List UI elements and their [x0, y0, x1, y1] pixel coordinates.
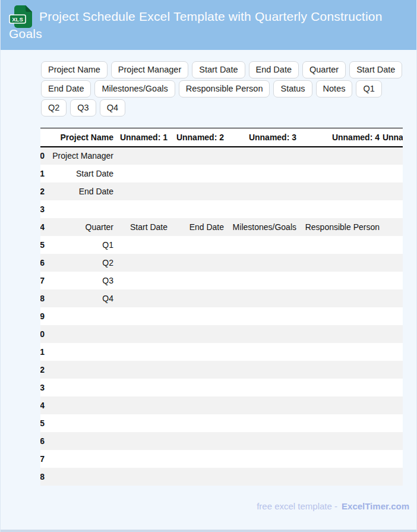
tag-q2[interactable]: Q2 — [41, 99, 67, 117]
table-cell — [296, 182, 380, 200]
table-cell: Q3 — [45, 272, 113, 289]
table-cell — [380, 218, 403, 236]
table-cell — [296, 468, 380, 486]
row-index: 4 — [40, 218, 45, 236]
row-index: 8 — [40, 289, 45, 307]
table-cell — [380, 414, 403, 432]
column-header: Unnamed: 1 — [113, 128, 168, 147]
table-cell — [224, 200, 296, 218]
row-index: 5 — [40, 236, 45, 254]
table-cell — [168, 147, 224, 165]
table-cell — [224, 182, 296, 200]
table-cell — [113, 468, 168, 486]
table-cell — [224, 396, 296, 414]
row-index: 0 — [40, 147, 45, 165]
table-cell — [45, 379, 113, 396]
tag-project-manager[interactable]: Project Manager — [111, 61, 188, 78]
table-cell — [296, 414, 380, 432]
table-cell — [296, 254, 380, 272]
table-cell — [296, 325, 380, 343]
table-cell — [113, 272, 168, 289]
tag-project-name[interactable]: Project Name — [41, 61, 108, 78]
table-cell — [168, 432, 224, 450]
table-cell — [296, 236, 380, 254]
table-row: 7Q3 — [40, 272, 403, 289]
table-cell — [296, 200, 380, 218]
tag-responsible-person[interactable]: Responsible Person — [179, 80, 270, 97]
table-cell — [224, 307, 296, 325]
table-cell — [113, 450, 168, 468]
table-cell — [45, 343, 113, 361]
table-cell — [168, 254, 224, 272]
tag-q3[interactable]: Q3 — [70, 99, 96, 117]
table-cell — [380, 432, 403, 450]
table-cell — [168, 200, 224, 218]
page-header: XLS Project Schedule Excel Template with… — [1, 0, 416, 50]
tag-end-date[interactable]: End Date — [249, 61, 299, 78]
table-cell — [113, 396, 168, 414]
table-row: 15 — [40, 414, 403, 432]
tag-q4[interactable]: Q4 — [100, 99, 125, 117]
tag-start-date[interactable]: Start Date — [349, 61, 402, 78]
row-index: 7 — [40, 272, 45, 289]
table-cell — [380, 147, 403, 165]
table-cell — [380, 379, 403, 396]
table-cell — [224, 165, 296, 182]
tag-status[interactable]: Status — [273, 80, 312, 97]
tag-quarter[interactable]: Quarter — [302, 61, 346, 78]
table-cell — [224, 379, 296, 396]
tag-end-date[interactable]: End Date — [41, 80, 91, 97]
table-cell — [168, 379, 224, 396]
table-cell — [113, 361, 168, 379]
table-cell — [45, 200, 113, 218]
column-header: Unnamed: 4 — [296, 128, 380, 147]
column-header: Unnamed: 3 — [224, 128, 296, 147]
table-cell — [224, 468, 296, 486]
table-cell — [296, 307, 380, 325]
column-header: Unnamed: 5 — [380, 128, 403, 147]
column-tag-list: Project NameProject ManagerStart DateEnd… — [41, 61, 403, 117]
table-cell — [296, 396, 380, 414]
table-cell: Responsible Person — [296, 218, 380, 236]
table-cell — [168, 468, 224, 486]
table-cell — [113, 147, 168, 165]
page-footer: free excel template -ExcelTimer.com — [1, 501, 416, 511]
index-column-header — [40, 128, 45, 147]
table-cell — [296, 379, 380, 396]
footer-brand-link[interactable]: ExcelTimer.com — [342, 501, 409, 511]
table-row: 5Q1 — [40, 236, 403, 254]
table-cell — [224, 450, 296, 468]
table-cell — [224, 414, 296, 432]
row-index: 17 — [40, 450, 45, 468]
table-cell — [380, 182, 403, 200]
table-header-row: Project NameUnnamed: 1Unnamed: 2Unnamed:… — [40, 128, 403, 147]
table-cell: End Date — [168, 218, 224, 236]
table-cell — [168, 165, 224, 182]
row-index: 18 — [40, 468, 45, 486]
table-cell — [380, 165, 403, 182]
table-cell: Start Date — [113, 218, 168, 236]
table-row: 6Q2 — [40, 254, 403, 272]
tag-milestones-goals[interactable]: Milestones/Goals — [94, 80, 175, 97]
table-cell — [224, 236, 296, 254]
table-row: 1Start Date — [40, 165, 403, 182]
row-index: 12 — [40, 361, 45, 379]
table-cell — [296, 432, 380, 450]
table-cell — [380, 200, 403, 218]
table-cell — [113, 254, 168, 272]
table-cell — [224, 289, 296, 307]
table-cell — [224, 254, 296, 272]
table-cell — [380, 450, 403, 468]
table-row: 0Project Manager — [40, 147, 403, 165]
tag-notes[interactable]: Notes — [316, 80, 353, 97]
tag-start-date[interactable]: Start Date — [192, 61, 245, 78]
table-cell — [113, 325, 168, 343]
table-cell — [380, 343, 403, 361]
table-cell: Q2 — [45, 254, 113, 272]
table-cell — [113, 307, 168, 325]
table-cell — [113, 414, 168, 432]
table-cell — [168, 289, 224, 307]
tag-q1[interactable]: Q1 — [356, 80, 381, 97]
table-row: 9 — [40, 307, 403, 325]
table-row: 18 — [40, 468, 403, 486]
